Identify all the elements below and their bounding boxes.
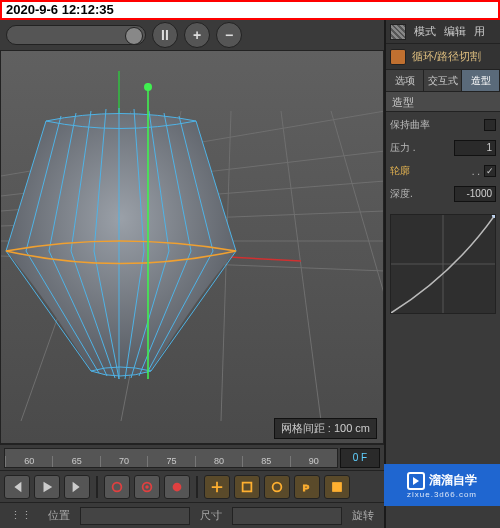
coord-rotation-label: 旋转 [346, 508, 380, 523]
watermark-brand: 溜溜自学 [429, 472, 477, 489]
keep-curvature-checkbox[interactable] [484, 119, 496, 131]
svg-text:P: P [303, 481, 310, 492]
timeline-tick: 85 [242, 456, 289, 467]
timeline-tick: 90 [290, 456, 337, 467]
timeline-tick: 70 [100, 456, 147, 467]
transport-bar: P [0, 470, 384, 502]
depth-label: 深度. [390, 187, 450, 201]
svg-point-14 [173, 482, 182, 491]
current-frame-field[interactable]: 0 F [340, 448, 380, 468]
attributes-panel: 模式 编辑 用 循环/路径切割 选项 交互式 造型 造型 保持曲率 压力 . 1 [384, 20, 500, 528]
row-depth: 深度. -1000 [390, 185, 496, 203]
section-heading: 造型 [386, 92, 500, 112]
coord-position-label: 位置 [42, 508, 76, 523]
move-key-button[interactable] [204, 475, 230, 499]
contour-checkbox[interactable] [484, 165, 496, 177]
scale-key-button[interactable] [234, 475, 260, 499]
menu-edit[interactable]: 编辑 [444, 24, 466, 39]
play-icon [407, 472, 425, 490]
svg-rect-15 [243, 482, 252, 491]
svg-point-11 [113, 482, 122, 491]
panel-grip-icon[interactable] [390, 24, 406, 40]
pressure-label: 压力 . [390, 141, 450, 155]
viewport-zoom-in-button[interactable]: + [184, 22, 210, 48]
attribute-tabs: 选项 交互式 造型 [386, 70, 500, 92]
coord-size-field[interactable] [232, 507, 342, 525]
viewport-pane: II + − [0, 20, 384, 528]
go-start-button[interactable] [4, 475, 30, 499]
viewport-zoom-out-button[interactable]: − [216, 22, 242, 48]
menu-userdata[interactable]: 用 [474, 24, 485, 39]
svg-line-10 [331, 111, 384, 421]
row-keep-curvature: 保持曲率 [390, 116, 496, 134]
timestamp-text: 2020-9-6 12:12:35 [6, 2, 114, 17]
tool-title: 循环/路径切割 [412, 49, 481, 64]
row-contour: 轮廓 . . [390, 162, 496, 180]
coordinates-bar: ⋮⋮ 位置 尺寸 旋转 [0, 502, 384, 528]
timeline-tick: 60 [5, 456, 52, 467]
coord-position-field[interactable] [80, 507, 190, 525]
autokey-button[interactable] [134, 475, 160, 499]
minus-icon: − [225, 27, 233, 43]
depth-field[interactable]: -1000 [454, 186, 496, 202]
profile-curve-editor[interactable] [390, 214, 496, 314]
record-button[interactable] [104, 475, 130, 499]
timeline-tick: 75 [147, 456, 194, 467]
pla-key-button[interactable] [324, 475, 350, 499]
contour-dots: . . [472, 166, 480, 177]
curve-graph [391, 215, 495, 313]
keyframe-button[interactable] [164, 475, 190, 499]
timeline-ruler[interactable]: 60 65 70 75 80 85 90 [4, 448, 338, 468]
contour-label: 轮廓 [390, 164, 468, 178]
svg-line-9 [281, 111, 321, 421]
divider [96, 476, 98, 498]
viewport-toolbar: II + − [0, 20, 384, 50]
param-key-button[interactable]: P [294, 475, 320, 499]
coord-handle-icon: ⋮⋮ [4, 509, 38, 522]
coord-size-label: 尺寸 [194, 508, 228, 523]
timeline-tick: 65 [52, 456, 99, 467]
grid-spacing-label: 网格间距 : 100 cm [281, 422, 370, 434]
attributes-menu: 模式 编辑 用 [386, 20, 500, 44]
pressure-field[interactable]: 1 [454, 140, 496, 156]
plus-icon: + [193, 27, 201, 43]
play-button[interactable] [34, 475, 60, 499]
viewport-3d[interactable]: 网格间距 : 100 cm [0, 50, 384, 444]
viewport-hud: 网格间距 : 100 cm [274, 418, 377, 439]
svg-point-13 [145, 485, 149, 489]
active-vertex [144, 83, 152, 91]
viewport-opacity-slider[interactable] [6, 25, 146, 45]
tab-shape[interactable]: 造型 [462, 70, 500, 91]
row-pressure: 压力 . 1 [390, 139, 496, 157]
tool-title-row: 循环/路径切割 [386, 44, 500, 70]
loop-cut-icon [390, 49, 406, 65]
watermark: 溜溜自学 zixue.3d66.com [384, 464, 500, 506]
watermark-url: zixue.3d66.com [407, 490, 477, 499]
keep-curvature-label: 保持曲率 [390, 118, 480, 132]
main-area: II + − [0, 20, 500, 528]
viewport-pause-button[interactable]: II [152, 22, 178, 48]
tab-options[interactable]: 选项 [386, 70, 424, 91]
watermark-logo: 溜溜自学 [407, 472, 477, 490]
go-end-button[interactable] [64, 475, 90, 499]
timeline-bar: 60 65 70 75 80 85 90 0 F [0, 444, 384, 470]
viewport-scene [1, 51, 384, 421]
tab-interactive[interactable]: 交互式 [424, 70, 462, 91]
svg-rect-18 [333, 482, 342, 491]
pause-icon: II [161, 27, 169, 43]
timeline-tick: 80 [195, 456, 242, 467]
current-frame-value: 0 F [353, 452, 367, 463]
rotate-key-button[interactable] [264, 475, 290, 499]
divider [196, 476, 198, 498]
menu-mode[interactable]: 模式 [414, 24, 436, 39]
timestamp-overlay: 2020-9-6 12:12:35 [0, 0, 500, 20]
model-body [6, 114, 236, 377]
svg-point-16 [273, 482, 282, 491]
